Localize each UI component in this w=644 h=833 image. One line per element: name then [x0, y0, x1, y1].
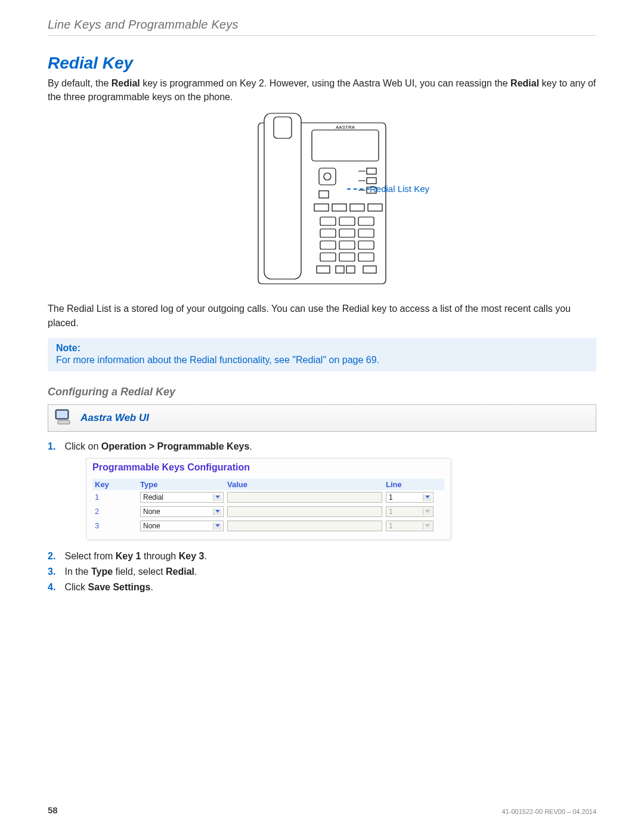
chevron-down-icon [425, 496, 430, 498]
step-4: 4. Click Save Settings. [48, 582, 596, 593]
svg-rect-17 [320, 217, 336, 225]
bold: Operation > Programmable Keys [101, 441, 250, 451]
text: . [377, 355, 379, 365]
svg-rect-25 [358, 241, 374, 249]
dropdown-value: 1 [389, 507, 393, 516]
bold: Redial [166, 566, 194, 577]
config-table: Programmable Keys Configuration Key Type… [86, 458, 450, 539]
svg-rect-2 [274, 117, 292, 138]
config-title: Programmable Keys Configuration [92, 462, 444, 473]
svg-rect-20 [320, 229, 336, 237]
dropdown-value: Redial [143, 493, 163, 501]
col-key: Key [95, 480, 137, 489]
svg-rect-22 [358, 229, 374, 237]
text: . [151, 582, 153, 592]
text: through [141, 551, 179, 561]
config-row-2: 2 None 1 [92, 504, 444, 519]
chevron-down-icon [425, 510, 430, 513]
chevron-down-icon [215, 496, 220, 498]
key-cell: 1 [95, 493, 137, 501]
step-number: 4. [48, 582, 62, 593]
svg-rect-21 [339, 229, 355, 237]
type-dropdown[interactable]: None [140, 506, 224, 517]
col-line: Line [386, 480, 434, 489]
text: . [194, 566, 197, 577]
chevron-down-icon [215, 524, 220, 527]
dropdown-value: 1 [389, 522, 393, 530]
step-number: 1. [48, 441, 62, 452]
value-input [227, 506, 382, 517]
section-title: Redial Key [48, 54, 596, 73]
chevron-down-icon [215, 510, 220, 513]
col-type: Type [140, 480, 224, 489]
link-page-69[interactable]: page 69 [342, 355, 377, 365]
svg-rect-23 [320, 241, 336, 249]
doc-revision: 41-001522-00 REV00 – 04.2014 [502, 808, 596, 815]
svg-rect-26 [320, 253, 336, 261]
svg-rect-12 [319, 191, 329, 198]
svg-rect-7 [367, 178, 376, 184]
bold: Save Settings [88, 582, 151, 592]
web-ui-banner: Aastra Web UI [48, 404, 596, 432]
line-dropdown[interactable]: 1 [386, 492, 434, 503]
svg-rect-18 [339, 217, 355, 225]
intro-paragraph: By default, the Redial key is programmed… [48, 76, 596, 104]
dropdown-value: None [143, 522, 160, 530]
step-2: 2. Select from Key 1 through Key 3. [48, 551, 596, 562]
note-body: For more information about the Redial fu… [56, 355, 588, 366]
bold: Key 1 [116, 551, 141, 561]
svg-rect-31 [346, 266, 355, 273]
chevron-down-icon [425, 524, 430, 527]
svg-rect-16 [368, 204, 382, 211]
dropdown-value: 1 [389, 493, 393, 501]
step-number: 2. [48, 551, 62, 562]
link-redial[interactable]: "Redial" [292, 355, 326, 365]
bold: Key 3 [179, 551, 205, 561]
note-label: Note: [56, 343, 588, 354]
value-input [227, 521, 382, 531]
text: In the [64, 566, 91, 577]
config-row-3: 3 None 1 [92, 519, 444, 533]
text: . [249, 441, 252, 451]
svg-rect-35 [58, 420, 70, 424]
dropdown-value: None [143, 507, 160, 516]
svg-rect-6 [367, 168, 376, 174]
page-number: 58 [48, 805, 58, 815]
text: Click on [64, 441, 101, 451]
key-cell: 2 [95, 507, 137, 516]
breadcrumb: Line Keys and Programmable Keys [48, 18, 596, 36]
steps-list: 1. Click on Operation > Programmable Key… [48, 441, 596, 593]
svg-point-5 [324, 173, 331, 180]
svg-rect-15 [350, 204, 364, 211]
bold: Type [91, 566, 113, 577]
line-dropdown: 1 [386, 506, 434, 517]
col-value: Value [227, 480, 382, 489]
svg-rect-32 [363, 266, 376, 273]
value-input[interactable] [227, 492, 382, 503]
svg-rect-27 [339, 253, 355, 261]
phone-diagram: AASTRA [48, 112, 596, 291]
type-dropdown[interactable]: None [140, 521, 224, 531]
sub-title: Configuring a Redial Key [48, 386, 596, 398]
callout-line [347, 188, 370, 190]
svg-rect-3 [312, 130, 379, 161]
svg-rect-34 [57, 411, 67, 418]
note-box: Note: For more information about the Red… [48, 338, 596, 371]
config-row-1: 1 Redial 1 [92, 490, 444, 504]
phone-svg: AASTRA [247, 112, 397, 291]
config-header: Key Type Value Line [92, 479, 444, 490]
banner-label: Aastra Web UI [80, 412, 149, 424]
text: Select from [64, 551, 115, 561]
callout-redial-list-key: Redial List Key [370, 184, 429, 194]
svg-rect-19 [358, 217, 374, 225]
line-dropdown: 1 [386, 521, 434, 531]
svg-rect-24 [339, 241, 355, 249]
svg-rect-13 [314, 204, 329, 211]
brand-label: AASTRA [336, 125, 355, 130]
type-dropdown[interactable]: Redial [140, 492, 224, 503]
text: By default, the [48, 78, 112, 88]
bold-redial-1: Redial [112, 78, 140, 88]
computer-icon [54, 408, 72, 428]
text: key is programmed on Key 2. However, usi… [140, 78, 510, 88]
svg-rect-30 [336, 266, 344, 273]
